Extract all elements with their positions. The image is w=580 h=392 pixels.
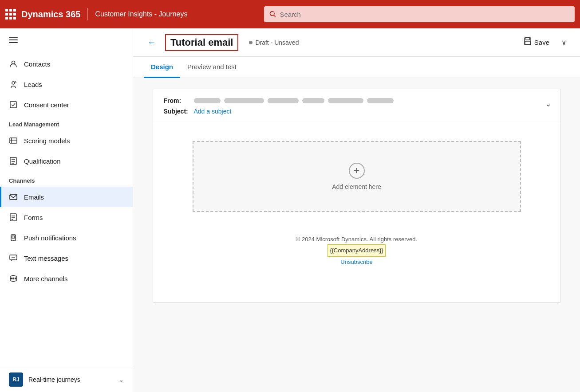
svg-rect-7 [10,102,16,108]
from-value-blur6 [367,98,394,103]
scoring-icon [9,136,18,145]
add-element-plus-icon: + [349,163,365,179]
app-title: Dynamics 365 [21,9,80,20]
from-value-blur4 [302,98,324,103]
email-from-row: From: [164,97,550,104]
topbar: Dynamics 365 Customer Insights - Journey… [0,0,580,28]
add-subject-link[interactable]: Add a subject [194,108,232,115]
svg-rect-3 [9,39,18,40]
svg-rect-22 [12,236,15,238]
back-button[interactable]: ← [144,35,160,49]
sidebar-item-scoring-models[interactable]: Scoring models [0,130,133,151]
status-badge: Draft - Unsaved [249,39,299,46]
rj-avatar: RJ [9,372,23,387]
app-name: Customer Insights - Journeys [95,10,187,18]
qualification-icon [9,157,18,165]
add-element-zone[interactable]: + Add element here [193,141,521,212]
more-channels-icon [9,274,18,283]
sidebar-item-push-notifications[interactable]: Push notifications [0,227,133,248]
sidebar-item-leads[interactable]: Leads [0,74,133,94]
person-icon [9,59,18,68]
add-element-label: Add element here [332,183,381,190]
search-bar[interactable] [264,6,575,22]
emails-label: Emails [24,193,44,201]
leads-icon [9,80,18,89]
search-input[interactable] [280,11,569,18]
qualification-label: Qualification [24,157,61,165]
push-icon [9,233,18,242]
leads-label: Leads [24,81,42,88]
email-card: From: Subject: Add a su [153,89,561,303]
header-actions: Save ∨ [518,34,569,51]
consent-center-label: Consent center [24,101,69,109]
save-chevron-icon[interactable]: ∨ [559,35,569,49]
subject-label: Subject: [164,108,190,115]
footer-unsubscribe-link[interactable]: Unsubscribe [296,257,417,267]
svg-point-27 [15,278,16,279]
save-icon [524,37,532,47]
tab-preview-and-test[interactable]: Preview and test [180,57,244,78]
svg-point-26 [13,278,14,279]
content-header: ← Tutorial email Draft - Unsaved Save [133,28,580,57]
email-body: + Add element here © 2024 Microsoft Dyna… [153,123,560,302]
email-from-bar: From: Subject: Add a su [153,89,560,123]
email-editor: From: Subject: Add a su [133,78,580,392]
hamburger-menu[interactable] [0,28,133,54]
contacts-label: Contacts [24,60,50,68]
email-from-value [194,98,394,103]
footer-company-address: {{CompanyAddress}} [327,244,386,256]
from-value-blur3 [268,98,299,103]
channels-section-label: Channels [0,171,133,187]
svg-point-6 [12,82,15,84]
consent-icon [9,100,18,109]
from-value-blur2 [224,98,264,103]
sidebar: Contacts Leads Consent center Le [0,28,133,392]
email-subject-row: Subject: Add a subject [164,108,550,115]
main-layout: Contacts Leads Consent center Le [0,28,580,392]
svg-rect-2 [9,37,18,38]
sms-icon [9,254,18,263]
search-icon [269,11,276,18]
footer-copyright: © 2024 Microsoft Dynamics. All rights re… [296,234,417,244]
email-footer: © 2024 Microsoft Dynamics. All rights re… [296,225,417,285]
tab-design[interactable]: Design [144,57,180,78]
page-title: Tutorial email [165,34,238,51]
save-label: Save [534,39,549,46]
sidebar-item-text-messages[interactable]: Text messages [0,248,133,268]
svg-rect-29 [526,38,529,40]
email-icon [9,192,18,201]
sidebar-item-consent-center[interactable]: Consent center [0,94,133,115]
more-channels-label: More channels [24,275,67,282]
topbar-divider [87,8,88,20]
svg-rect-8 [10,138,17,143]
svg-point-25 [11,278,12,279]
from-label: From: [164,97,190,104]
sidebar-item-contacts[interactable]: Contacts [0,54,133,74]
status-dot-icon [249,41,253,44]
app-launcher-button[interactable] [5,9,16,20]
text-messages-label: Text messages [24,255,68,262]
svg-rect-4 [9,42,18,43]
from-bar-chevron-icon[interactable]: ⌄ [545,99,552,109]
lead-management-section-label: Lead Management [0,115,133,130]
forms-icon [9,213,18,222]
real-time-journeys-label: Real-time journeys [28,376,113,383]
sidebar-item-emails[interactable]: Emails [0,187,133,207]
svg-point-0 [270,12,274,16]
status-text: Draft - Unsaved [255,39,299,46]
save-button[interactable]: Save [518,34,555,51]
svg-rect-30 [525,41,530,44]
svg-line-1 [274,15,275,16]
from-value-blur5 [328,98,363,103]
content-area: ← Tutorial email Draft - Unsaved Save [133,28,580,392]
journeys-chevron-icon: ⌄ [118,376,124,383]
push-notifications-label: Push notifications [24,234,76,242]
scoring-models-label: Scoring models [24,137,70,145]
tabs-bar: Design Preview and test [133,57,580,78]
sidebar-item-forms[interactable]: Forms [0,207,133,227]
from-value-blur [194,98,221,103]
sidebar-item-more-channels[interactable]: More channels [0,268,133,289]
forms-label: Forms [24,214,43,221]
sidebar-bottom-journeys[interactable]: RJ Real-time journeys ⌄ [0,367,133,392]
sidebar-item-qualification[interactable]: Qualification [0,151,133,171]
